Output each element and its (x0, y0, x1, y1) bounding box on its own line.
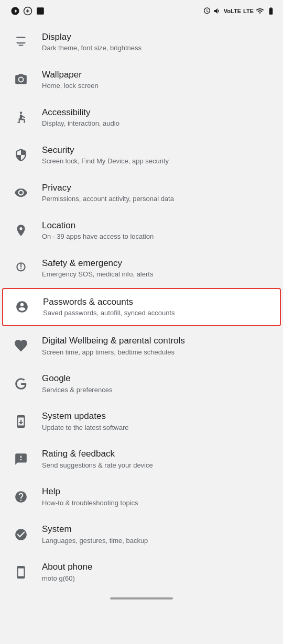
svg-point-3 (20, 112, 22, 114)
settings-item-ratingfeedback[interactable]: Rating & feedback Send suggestions & rat… (0, 440, 283, 478)
system-text: System Languages, gestures, time, backup (42, 524, 148, 545)
digitalwellbeing-subtitle: Screen time, app timers, bedtime schedul… (42, 348, 185, 357)
digitalwellbeing-title: Digital Wellbeing & parental controls (42, 335, 185, 347)
location-icon (10, 220, 31, 241)
wallpaper-subtitle: Home, lock screen (42, 82, 99, 91)
security-text: Security Screen lock, Find My Device, ap… (42, 145, 169, 166)
location-text: Location On · 39 apps have access to loc… (42, 220, 154, 241)
google-title: Google (42, 373, 112, 384)
passwords-subtitle: Saved passwords, autofill, synced accoun… (43, 309, 175, 318)
accessibility-title: Accessibility (42, 107, 119, 118)
settings-item-accessibility[interactable]: Accessibility Display, interaction, audi… (0, 98, 283, 136)
aboutphone-icon (10, 562, 31, 583)
settings-list: Display Dark theme, font size, brightnes… (0, 21, 283, 591)
bottom-indicator (110, 597, 173, 599)
aboutphone-text: About phone moto g(60) (42, 561, 92, 583)
systemupdates-icon (10, 411, 31, 432)
signal-icon (256, 7, 264, 15)
location-title: Location (42, 220, 154, 231)
volume-icon (213, 7, 222, 15)
wallpaper-icon (10, 69, 31, 90)
system-subtitle: Languages, gestures, time, backup (42, 537, 148, 546)
security-subtitle: Screen lock, Find My Device, app securit… (42, 157, 169, 166)
privacy-title: Privacy (42, 182, 174, 194)
alarm-icon (203, 7, 211, 15)
wallpaper-text: Wallpaper Home, lock screen (42, 69, 99, 91)
privacy-icon (10, 182, 31, 203)
settings-item-security[interactable]: Security Screen lock, Find My Device, ap… (0, 136, 283, 174)
safety-subtitle: Emergency SOS, medical info, alerts (42, 270, 153, 279)
snapchat-icon (10, 6, 20, 16)
help-title: Help (42, 486, 138, 497)
lte-label: VoLTE (224, 8, 241, 14)
passwords-title: Passwords & accounts (43, 296, 175, 308)
settings-item-safety[interactable]: Safety & emergency Emergency SOS, medica… (0, 249, 283, 287)
settings-item-display[interactable]: Display Dark theme, font size, brightnes… (0, 23, 283, 61)
lte2-label: LTE (243, 8, 254, 14)
privacy-text: Privacy Permissions, account activity, p… (42, 182, 174, 204)
systemupdates-title: System updates (42, 410, 128, 422)
google-text: Google Services & preferences (42, 373, 112, 394)
safety-title: Safety & emergency (42, 258, 153, 269)
settings-item-wallpaper[interactable]: Wallpaper Home, lock screen (0, 61, 283, 98)
settings-item-systemupdates[interactable]: System updates Update to the latest soft… (0, 403, 283, 440)
settings-item-google[interactable]: Google Services & preferences (0, 365, 283, 403)
passwords-icon (12, 296, 32, 317)
help-text: Help How-to & troubleshooting topics (42, 486, 138, 507)
settings-item-privacy[interactable]: Privacy Permissions, account activity, p… (0, 174, 283, 212)
settings-item-passwords[interactable]: Passwords & accounts Saved passwords, au… (2, 288, 281, 326)
display-title: Display (42, 31, 142, 43)
aboutphone-subtitle: moto g(60) (42, 574, 92, 583)
safety-text: Safety & emergency Emergency SOS, medica… (42, 258, 153, 279)
ratingfeedback-icon (10, 449, 31, 470)
svg-rect-1 (37, 7, 44, 15)
google-icon (10, 373, 31, 394)
settings-item-location[interactable]: Location On · 39 apps have access to loc… (0, 212, 283, 249)
status-bar: VoLTE LTE (0, 0, 283, 21)
status-left (7, 6, 45, 16)
settings-item-aboutphone[interactable]: About phone moto g(60) (0, 553, 283, 591)
security-icon (10, 145, 31, 165)
svg-point-2 (19, 78, 23, 82)
ratingfeedback-title: Rating & feedback (42, 448, 153, 460)
box-icon (36, 6, 45, 16)
digitalwellbeing-text: Digital Wellbeing & parental controls Sc… (42, 335, 185, 357)
system-icon (10, 524, 31, 545)
display-subtitle: Dark theme, font size, brightness (42, 44, 142, 53)
safety-icon (10, 258, 31, 279)
display-icon (10, 31, 31, 52)
settings-item-digitalwellbeing[interactable]: Digital Wellbeing & parental controls Sc… (0, 327, 283, 365)
help-icon (10, 486, 31, 507)
aboutphone-title: About phone (42, 561, 92, 573)
settings-item-system[interactable]: System Languages, gestures, time, backup (0, 516, 283, 553)
settings-item-help[interactable]: Help How-to & troubleshooting topics (0, 478, 283, 516)
shazam-icon (23, 6, 32, 16)
passwords-text: Passwords & accounts Saved passwords, au… (43, 296, 175, 318)
system-title: System (42, 524, 148, 535)
location-subtitle: On · 39 apps have access to location (42, 232, 154, 241)
security-title: Security (42, 145, 169, 156)
systemupdates-text: System updates Update to the latest soft… (42, 410, 128, 432)
battery-icon (266, 7, 276, 15)
privacy-subtitle: Permissions, account activity, personal … (42, 195, 174, 204)
google-subtitle: Services & preferences (42, 386, 112, 395)
display-text: Display Dark theme, font size, brightnes… (42, 31, 142, 53)
ratingfeedback-text: Rating & feedback Send suggestions & rat… (42, 448, 153, 470)
systemupdates-subtitle: Update to the latest software (42, 424, 128, 432)
bottom-bar (0, 591, 283, 604)
wallpaper-title: Wallpaper (42, 69, 99, 81)
ratingfeedback-subtitle: Send suggestions & rate your device (42, 461, 153, 470)
accessibility-text: Accessibility Display, interaction, audi… (42, 107, 119, 128)
accessibility-icon (10, 107, 31, 128)
accessibility-subtitle: Display, interaction, audio (42, 119, 119, 128)
status-right: VoLTE LTE (203, 7, 276, 15)
digitalwellbeing-icon (10, 336, 31, 357)
help-subtitle: How-to & troubleshooting topics (42, 499, 138, 508)
